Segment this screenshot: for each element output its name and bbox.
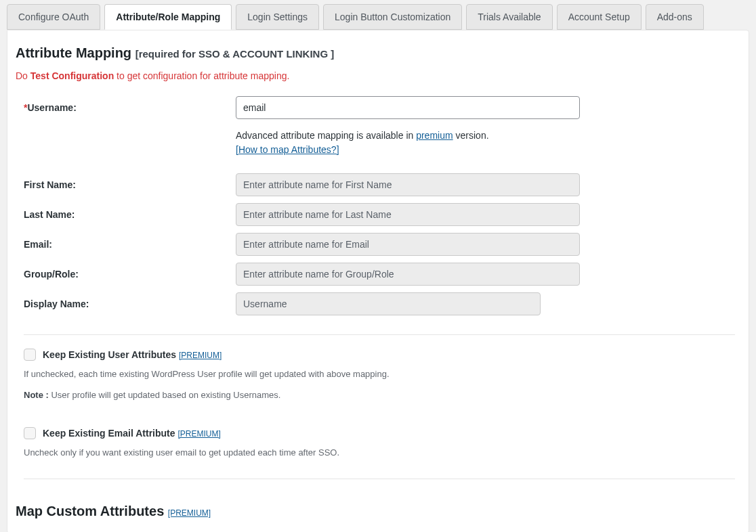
keep-existing-email-label: Keep Existing Email Attribute [PREMIUM]: [43, 428, 221, 439]
keep-existing-attrs-note: Note : User profile will get updated bas…: [16, 389, 735, 403]
group-role-input: [236, 263, 580, 286]
premium-tag[interactable]: [PREMIUM]: [177, 429, 220, 439]
tab-login-button-customization[interactable]: Login Button Customization: [323, 4, 462, 30]
premium-tag[interactable]: [PREMIUM]: [179, 351, 222, 360]
test-config-hint: Do Test Configuration to get configurati…: [16, 70, 735, 81]
separator: [24, 479, 735, 479]
section-title: Attribute Mapping [required for SSO & AC…: [16, 45, 735, 61]
how-to-map-link[interactable]: [How to map Attributes?]: [236, 144, 339, 155]
keep-existing-attrs-hint: If unchecked, each time existing WordPre…: [16, 368, 735, 382]
custom-attrs-title: Map Custom Attributes [PREMIUM]: [16, 504, 735, 519]
last-name-input: [236, 203, 580, 226]
tab-attribute-role-mapping[interactable]: Attribute/Role Mapping: [104, 4, 232, 30]
last-name-label: Last Name:: [16, 209, 236, 220]
tab-account-setup[interactable]: Account Setup: [557, 4, 642, 30]
section-title-text: Attribute Mapping: [16, 45, 131, 60]
premium-info: Advanced attribute mapping is available …: [236, 129, 735, 157]
premium-link[interactable]: premium: [416, 130, 453, 141]
group-role-label: Group/Role:: [16, 269, 236, 280]
username-label: *Username:: [16, 102, 236, 113]
username-input[interactable]: [236, 96, 580, 119]
display-name-label: Display Name:: [16, 298, 236, 309]
tab-trials-available[interactable]: Trials Available: [466, 4, 552, 30]
keep-existing-email-checkbox[interactable]: [24, 427, 36, 439]
separator: [24, 334, 735, 335]
tab-bar: Configure OAuth Attribute/Role Mapping L…: [0, 0, 756, 30]
tab-configure-oauth[interactable]: Configure OAuth: [7, 4, 100, 30]
keep-existing-attrs-label: Keep Existing User Attributes [PREMIUM]: [43, 349, 222, 360]
tab-add-ons[interactable]: Add-ons: [646, 4, 704, 30]
keep-existing-attrs-checkbox[interactable]: [24, 349, 36, 361]
email-label: Email:: [16, 239, 236, 250]
premium-tag[interactable]: [PREMIUM]: [168, 508, 211, 518]
section-subtitle: [required for SSO & ACCOUNT LINKING ]: [135, 48, 335, 60]
first-name-input: [236, 173, 580, 196]
settings-panel: Attribute Mapping [required for SSO & AC…: [7, 30, 749, 532]
tab-login-settings[interactable]: Login Settings: [236, 4, 319, 30]
display-name-input: [236, 292, 541, 315]
first-name-label: First Name:: [16, 179, 236, 190]
keep-existing-email-hint: Uncheck only if you want existing user e…: [16, 446, 735, 460]
email-input: [236, 233, 580, 256]
